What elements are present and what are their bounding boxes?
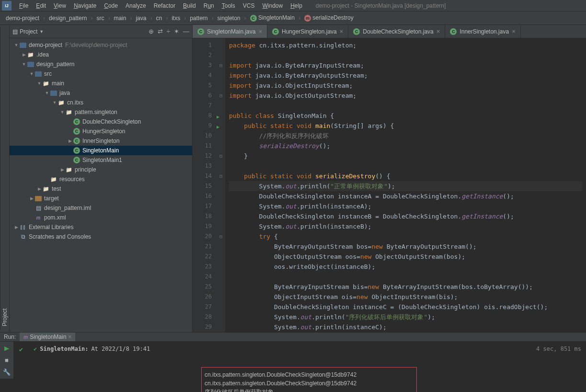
menu-navigate[interactable]: Navigate <box>70 1 100 10</box>
menu-tools[interactable]: Tools <box>218 1 239 10</box>
crumb-singletonmain[interactable]: C SingletonMain <box>248 13 297 23</box>
tree-node-java[interactable]: ▼java <box>10 88 192 98</box>
menu-build[interactable]: Build <box>179 1 200 10</box>
tree-node--idea[interactable]: ▶.idea <box>10 50 192 59</box>
menu-refactor[interactable]: Refactor <box>150 1 179 10</box>
tree-arrow-icon[interactable]: ▼ <box>59 110 65 115</box>
tree-arrow-icon[interactable]: ▶ <box>21 52 27 57</box>
console-output[interactable]: cn.itxs.pattern.singleton.DoubleCheckSin… <box>201 367 417 392</box>
crumb-itxs[interactable]: itxs <box>170 14 182 23</box>
settings-button[interactable]: 🔧 <box>3 369 11 376</box>
menu-analyze[interactable]: Analyze <box>122 1 150 10</box>
panel-action[interactable]: ⇄ <box>158 28 163 35</box>
tree-node-pattern-singleton[interactable]: ▼pattern.singleton <box>10 107 192 117</box>
crumb-java[interactable]: java <box>134 14 148 23</box>
tab-singletonmain-java[interactable]: CSingletonMain.java× <box>193 25 267 38</box>
menu-view[interactable]: View <box>50 1 70 10</box>
crumb-pattern[interactable]: pattern <box>188 14 209 23</box>
editor[interactable]: 12345678▶9▶10111213141516171819202122232… <box>193 38 586 332</box>
chevron-right-icon <box>42 15 46 22</box>
tree-node-innersingleton[interactable]: ▶CInnerSingleton <box>10 136 192 146</box>
tab-hungersingleton-java[interactable]: CHungerSingleton.java× <box>267 25 348 38</box>
menu-file[interactable]: File <box>15 1 32 10</box>
editor-tabs: CSingletonMain.java×CHungerSingleton.jav… <box>193 25 586 38</box>
tree-arrow-icon[interactable]: ▶ <box>36 186 42 191</box>
tree-node-cn-itxs[interactable]: ▼cn.itxs <box>10 98 192 107</box>
menu-edit[interactable]: Edit <box>32 1 50 10</box>
crumb-serializedestroy[interactable]: m serializeDestroy <box>302 13 356 23</box>
tree-node-singletonmain[interactable]: CSingletonMain <box>10 146 192 155</box>
crumb-design_pattern[interactable]: design_pattern <box>47 14 89 23</box>
tree-arrow-icon[interactable]: ▼ <box>29 71 34 76</box>
menu-vcs[interactable]: VCS <box>239 1 259 10</box>
run-tab-name: SingletonMain <box>30 334 66 340</box>
class-icon: C <box>197 28 204 35</box>
tree-node-pom-xml[interactable]: mpom.xml <box>10 213 192 222</box>
tree-node-hungersingleton[interactable]: CHungerSingleton <box>10 127 192 136</box>
tree-arrow-icon[interactable]: ▼ <box>21 62 27 67</box>
chevron-down-icon[interactable]: ▼ <box>39 29 44 34</box>
tree-node-test[interactable]: ▶test <box>10 184 192 194</box>
crumb-demo-project[interactable]: demo-project <box>4 14 41 23</box>
run-status-time: At 2022/1/8 19:41 <box>91 346 150 352</box>
rail-tab-project[interactable]: Project <box>0 27 9 330</box>
run-tab[interactable]: m SingletonMain × <box>20 333 75 341</box>
crumb-src[interactable]: src <box>94 14 106 23</box>
panel-action[interactable]: ✶ <box>174 28 179 35</box>
tree-node-design_pattern[interactable]: ▼design_pattern <box>10 59 192 69</box>
menu-code[interactable]: Code <box>100 1 122 10</box>
tree-node-doublechecksingleton[interactable]: CDoubleCheckSingleton <box>10 117 192 127</box>
tree-node-src[interactable]: ▼src <box>10 69 192 79</box>
crumb-cn[interactable]: cn <box>154 14 164 23</box>
tree-node-resources[interactable]: resources <box>10 174 192 184</box>
panel-action[interactable]: ÷ <box>167 28 170 35</box>
tree-node-design_pattern-iml[interactable]: ▤design_pattern.iml <box>10 203 192 213</box>
module-icon <box>19 41 27 49</box>
tree-arrow-icon[interactable]: ▼ <box>13 43 19 47</box>
crumb-main[interactable]: main <box>112 14 128 23</box>
run-label: Run: <box>4 334 16 340</box>
tree-arrow-icon[interactable]: ▶ <box>67 138 73 143</box>
tab-doublechecksingleton-java[interactable]: CDoubleCheckSingleton.java× <box>348 25 445 38</box>
close-icon[interactable]: × <box>340 28 344 35</box>
run-gutter-icon[interactable]: ▶ <box>217 122 219 132</box>
tree-node-scratches-and-consoles[interactable]: ⧉Scratches and Consoles <box>10 232 192 242</box>
run-gutter-icon[interactable]: ▶ <box>217 112 219 122</box>
tree-arrow-icon[interactable]: ▼ <box>44 91 50 95</box>
panel-action[interactable]: — <box>183 28 189 35</box>
success-check-icon: ✔ <box>34 346 37 352</box>
crumb-singleton[interactable]: singleton <box>216 14 242 23</box>
tree-node-demo-project[interactable]: ▼demo-projectF:\develop\demo-project <box>10 40 192 50</box>
class-icon: C <box>73 118 80 126</box>
panel-action[interactable]: ⊕ <box>149 28 154 35</box>
rerun-button[interactable]: ▶ <box>4 345 9 352</box>
code-area[interactable]: package cn.itxs.pattern.singleton;import… <box>225 38 586 332</box>
chevron-right-icon <box>243 15 247 22</box>
close-icon[interactable]: × <box>437 28 440 35</box>
tree-arrow-icon[interactable]: ▼ <box>52 100 57 105</box>
chevron-right-icon <box>107 15 111 22</box>
tree-arrow-icon[interactable]: ▼ <box>36 81 42 86</box>
tree-node-target[interactable]: ▶target <box>10 194 192 203</box>
menu-run[interactable]: Run <box>200 1 218 10</box>
menu-window[interactable]: Window <box>258 1 287 10</box>
close-icon[interactable]: × <box>258 28 262 35</box>
close-icon[interactable]: × <box>512 28 516 35</box>
left-rail: Project <box>0 25 10 332</box>
tree-node-external-libraries[interactable]: ▶⫿⫿External Libraries <box>10 222 192 232</box>
chevron-right-icon <box>298 15 301 22</box>
project-tree[interactable]: ▼demo-projectF:\develop\demo-project▶.id… <box>10 38 192 332</box>
tree-arrow-icon[interactable]: ▶ <box>59 167 65 172</box>
run-toolbar: ▶ ■ 🔧 <box>0 342 13 379</box>
tree-node-main[interactable]: ▼main <box>10 79 192 88</box>
stop-button[interactable]: ■ <box>5 357 9 364</box>
success-check-icon: ✔ <box>13 346 29 353</box>
tab-innersingleton-java[interactable]: CInnerSingleton.java× <box>445 25 520 38</box>
tree-arrow-icon[interactable]: ▶ <box>29 196 34 201</box>
tree-node-singletonmain1[interactable]: CSingletonMain1 <box>10 155 192 165</box>
tree-node-principle[interactable]: ▶principle <box>10 165 192 174</box>
tree-arrow-icon[interactable]: ▶ <box>13 225 19 230</box>
panel-title: Project <box>20 28 37 35</box>
menu-help[interactable]: Help <box>287 1 306 10</box>
close-icon[interactable]: × <box>68 334 71 340</box>
